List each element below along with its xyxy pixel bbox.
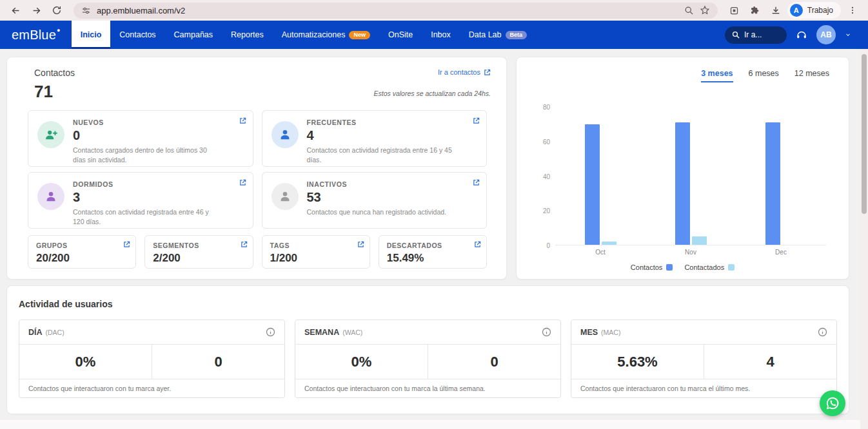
activity-desc: Contactos que interactuaron con tu marca… (19, 379, 284, 397)
y-tick-label: 0 (529, 242, 550, 249)
url-text: app.embluemail.com/v2 (97, 6, 185, 15)
external-link-icon[interactable] (239, 117, 246, 124)
new-badge: New (349, 31, 370, 39)
tile-label: DORMIDOS (73, 180, 221, 188)
user-activity-card: Actividad de usuarios DÍA (DAC) 0% 0 Con… (6, 285, 849, 414)
external-link-icon[interactable] (239, 179, 246, 186)
person-sleep-icon (37, 183, 64, 210)
activity-count: 4 (704, 345, 836, 379)
contact-tiles: NUEVOS 0 Contactos cargados dentro de lo… (28, 110, 487, 229)
nav-item-inbox[interactable]: Inbox (422, 21, 460, 49)
external-link-icon[interactable] (357, 241, 364, 248)
nav-label: Inicio (81, 30, 102, 39)
stat-label: SEGMENTOS (153, 242, 244, 249)
page-scrollbar[interactable] (860, 49, 868, 429)
bar-contactos-nov (675, 122, 690, 245)
tab-6-meses[interactable]: 6 meses (749, 69, 779, 82)
app-navbar: emBlue● Inicio Contactos Campañas Report… (0, 21, 868, 49)
support-button[interactable] (796, 29, 807, 41)
activity-card-mes: MES (MAC) 5.63% 4 Contactos que interact… (571, 319, 837, 398)
nav-item-contactos[interactable]: Contactos (110, 21, 164, 49)
tile-label: INACTIVOS (307, 180, 447, 188)
zoom-icon[interactable] (684, 6, 694, 15)
y-tick-label: 60 (529, 138, 550, 145)
tile-desc: Contactos cargados dentro de los últimos… (73, 146, 221, 164)
search-placeholder: Ir a... (744, 30, 762, 39)
emblue-logo[interactable]: emBlue● (12, 21, 60, 49)
stat-value: 1/200 (270, 252, 362, 265)
download-icon (771, 5, 781, 15)
stat-grupos: GRUPOS 20/200 (28, 235, 136, 269)
activity-label: MES (580, 328, 598, 337)
tile-value: 53 (307, 190, 447, 205)
browser-profile-chip[interactable]: A Trabajo (787, 2, 841, 19)
headset-icon (796, 29, 807, 41)
info-icon[interactable] (266, 327, 275, 337)
browser-back-button[interactable] (6, 2, 25, 19)
external-link-icon[interactable] (473, 179, 480, 186)
activity-desc: Contactos que interactuaron con tu marca… (571, 379, 836, 397)
chart-y-axis: 020406080 (529, 107, 550, 245)
stat-value: 2/200 (153, 252, 244, 265)
shield-icon (729, 6, 739, 15)
activity-card-dia: DÍA (DAC) 0% 0 Contactos que interactuar… (19, 319, 285, 398)
chevron-down-icon[interactable] (845, 32, 851, 38)
legend-swatch (666, 264, 673, 271)
nav-item-reportes[interactable]: Reportes (222, 21, 273, 49)
external-link-icon[interactable] (474, 241, 481, 248)
shield-extension-icon[interactable] (725, 2, 744, 19)
stat-label: GRUPOS (36, 242, 128, 249)
bookmark-star-icon[interactable] (700, 5, 710, 15)
nav-label: Campañas (174, 30, 213, 39)
link-label: Ir a contactos (438, 68, 480, 76)
nav-item-data-lab[interactable]: Data Lab Beta (460, 21, 536, 49)
external-link-icon (484, 69, 491, 76)
contacts-card: Contactos 71 Ir a contactos Estos valore… (6, 57, 507, 280)
user-avatar[interactable]: AB (816, 25, 836, 44)
nav-item-campanas[interactable]: Campañas (165, 21, 222, 49)
stat-descartados: DESCARTADOS 15.49% (379, 235, 487, 269)
update-note: Estos valores se actualizan cada 24hs. (373, 90, 491, 97)
logo-text: emBlue (12, 28, 56, 43)
y-tick-label: 80 (529, 104, 550, 111)
tile-value: 4 (307, 128, 455, 143)
stat-value: 15.49% (387, 252, 478, 265)
external-link-icon[interactable] (123, 241, 130, 248)
browser-forward-button[interactable] (27, 2, 45, 19)
scrollbar-thumb[interactable] (862, 54, 867, 214)
nav-item-onsite[interactable]: OnSite (379, 21, 422, 49)
puzzle-icon (750, 5, 760, 15)
info-icon[interactable] (818, 327, 827, 337)
extensions-button[interactable] (746, 2, 764, 19)
navbar-right: Ir a... AB (725, 21, 868, 49)
bar-contactos-oct (585, 124, 600, 245)
external-link-icon[interactable] (473, 117, 480, 124)
whatsapp-icon (825, 396, 840, 410)
go-to-contacts-link[interactable]: Ir a contactos (438, 68, 491, 76)
browser-refresh-button[interactable] (48, 2, 66, 19)
activity-label: SEMANA (304, 328, 339, 337)
tab-3-meses[interactable]: 3 meses (701, 69, 733, 82)
external-link-icon[interactable] (241, 241, 248, 248)
activity-card-header: SEMANA (WAC) (295, 320, 560, 345)
nav-item-inicio[interactable]: Inicio (72, 21, 111, 49)
person-icon (271, 121, 299, 148)
x-tick-label: Dec (736, 249, 826, 256)
contacts-total: 71 (34, 82, 53, 102)
downloads-button[interactable] (767, 2, 785, 19)
activity-numbers: 0% 0 (19, 345, 284, 379)
tab-12-meses[interactable]: 12 meses (794, 69, 829, 82)
info-icon[interactable] (542, 327, 551, 337)
url-bar[interactable]: app.embluemail.com/v2 (74, 3, 718, 19)
back-arrow-icon (10, 5, 21, 16)
whatsapp-button[interactable] (820, 390, 845, 416)
legend-item-contactos: Contactos (631, 263, 673, 271)
profile-name: Trabajo (807, 6, 833, 15)
global-search-input[interactable]: Ir a... (725, 26, 787, 44)
nav-item-automatizaciones[interactable]: Automatizaciones New (273, 21, 379, 49)
tile-frecuentes: FRECUENTES 4 Contactos con actividad reg… (262, 110, 488, 167)
site-info-icon[interactable] (81, 6, 91, 15)
browser-menu-button[interactable] (843, 2, 862, 19)
person-add-icon (37, 121, 64, 148)
nav-label: Inbox (431, 30, 451, 39)
